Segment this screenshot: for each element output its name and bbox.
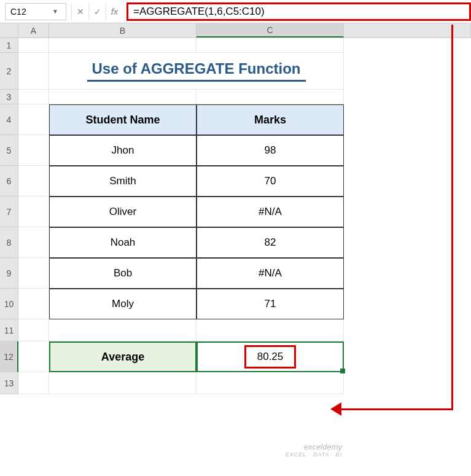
table-row[interactable]: Smith [49, 166, 197, 197]
cell-A5[interactable] [18, 135, 49, 166]
annotation-arrow-horizontal [338, 408, 453, 410]
cell-A6[interactable] [18, 166, 49, 197]
average-cell[interactable]: 80.25 [197, 341, 344, 372]
table-row[interactable]: Bob [49, 258, 197, 289]
table-row[interactable]: 71 [197, 289, 344, 319]
cancel-icon[interactable]: ✕ [71, 3, 88, 20]
formula-bar-icons: ✕ ✓ fx [71, 3, 123, 20]
row-header-5[interactable]: 5 [0, 135, 18, 166]
row-header-7[interactable]: 7 [0, 197, 18, 227]
cell-A7[interactable] [18, 197, 49, 227]
row-7: 7 Oliver #N/A [0, 197, 471, 227]
row-header-10[interactable]: 10 [0, 289, 18, 319]
row-header-4[interactable]: 4 [0, 104, 18, 135]
fill-handle[interactable] [340, 369, 345, 373]
table-row[interactable]: Jhon [49, 135, 197, 166]
cell-A10[interactable] [18, 289, 49, 319]
name-box[interactable]: C12 ▼ [5, 3, 66, 20]
spreadsheet-grid: A B C 1 2 Use of AGGREGATE Function 3 4 … [0, 23, 471, 394]
annotation-arrow-vertical [451, 25, 453, 410]
watermark-brand: exceldemy [286, 442, 342, 451]
row-header-6[interactable]: 6 [0, 166, 18, 197]
table-row[interactable]: Oliver [49, 197, 197, 227]
row-header-3[interactable]: 3 [0, 90, 18, 104]
row-4: 4 Student Name Marks [0, 104, 471, 135]
header-student-name[interactable]: Student Name [49, 104, 197, 135]
row-header-13[interactable]: 13 [0, 372, 18, 394]
cell-A8[interactable] [18, 227, 49, 258]
title-cell[interactable]: Use of AGGREGATE Function [49, 53, 344, 90]
row-3: 3 [0, 90, 471, 104]
cell-A12[interactable] [18, 341, 49, 372]
chevron-down-icon[interactable]: ▼ [52, 8, 61, 15]
row-header-12[interactable]: 12 [0, 341, 18, 372]
row-header-9[interactable]: 9 [0, 258, 18, 289]
col-header-A[interactable]: A [18, 23, 49, 37]
row-2: 2 Use of AGGREGATE Function [0, 53, 471, 90]
row-9: 9 Bob #N/A [0, 258, 471, 289]
name-box-value: C12 [10, 7, 26, 17]
page-title: Use of AGGREGATE Function [87, 60, 306, 82]
cell-B11[interactable] [49, 319, 197, 341]
average-value: 80.25 [244, 345, 297, 369]
formula-text: =AGGREGATE(1,6,C5:C10) [133, 6, 265, 18]
row-header-1[interactable]: 1 [0, 38, 18, 53]
cell-B3[interactable] [49, 90, 197, 104]
cell-A4[interactable] [18, 104, 49, 135]
row-8: 8 Noah 82 [0, 227, 471, 258]
row-header-8[interactable]: 8 [0, 227, 18, 258]
cell-C11[interactable] [197, 319, 344, 341]
cell-C1[interactable] [197, 38, 344, 53]
watermark: exceldemy EXCEL · DATA · BI [286, 442, 342, 458]
column-headers: A B C [0, 23, 471, 38]
cell-C13[interactable] [197, 372, 344, 394]
annotation-arrow-head-icon [330, 402, 341, 416]
row-1: 1 [0, 38, 471, 53]
cell-C3[interactable] [197, 90, 344, 104]
cell-A13[interactable] [18, 372, 49, 394]
cell-A1[interactable] [18, 38, 49, 53]
table-row[interactable]: 82 [197, 227, 344, 258]
average-label[interactable]: Average [49, 341, 197, 372]
row-11: 11 [0, 319, 471, 341]
table-row[interactable]: #N/A [197, 197, 344, 227]
cell-B13[interactable] [49, 372, 197, 394]
table-row[interactable]: 98 [197, 135, 344, 166]
row-12: 12 Average 80.25 [0, 341, 471, 372]
row-13: 13 [0, 372, 471, 394]
header-marks[interactable]: Marks [197, 104, 344, 135]
row-header-2[interactable]: 2 [0, 53, 18, 90]
table-row[interactable]: #N/A [197, 258, 344, 289]
table-row[interactable]: Noah [49, 227, 197, 258]
cell-A9[interactable] [18, 258, 49, 289]
row-header-11[interactable]: 11 [0, 319, 18, 341]
formula-bar: C12 ▼ ✕ ✓ fx =AGGREGATE(1,6,C5:C10) [0, 0, 471, 23]
row-6: 6 Smith 70 [0, 166, 471, 197]
cell-A11[interactable] [18, 319, 49, 341]
cell-A2[interactable] [18, 53, 49, 90]
row-5: 5 Jhon 98 [0, 135, 471, 166]
row-10: 10 Moly 71 [0, 289, 471, 319]
cell-A3[interactable] [18, 90, 49, 104]
col-header-C[interactable]: C [197, 23, 344, 37]
cell-B1[interactable] [49, 38, 197, 53]
table-row[interactable]: Moly [49, 289, 197, 319]
select-all-corner[interactable] [0, 23, 18, 37]
table-row[interactable]: 70 [197, 166, 344, 197]
watermark-tagline: EXCEL · DATA · BI [286, 451, 342, 458]
fx-icon[interactable]: fx [106, 3, 123, 20]
enter-icon[interactable]: ✓ [88, 3, 106, 20]
col-header-B[interactable]: B [49, 23, 197, 37]
formula-input[interactable]: =AGGREGATE(1,6,C5:C10) [127, 2, 471, 21]
